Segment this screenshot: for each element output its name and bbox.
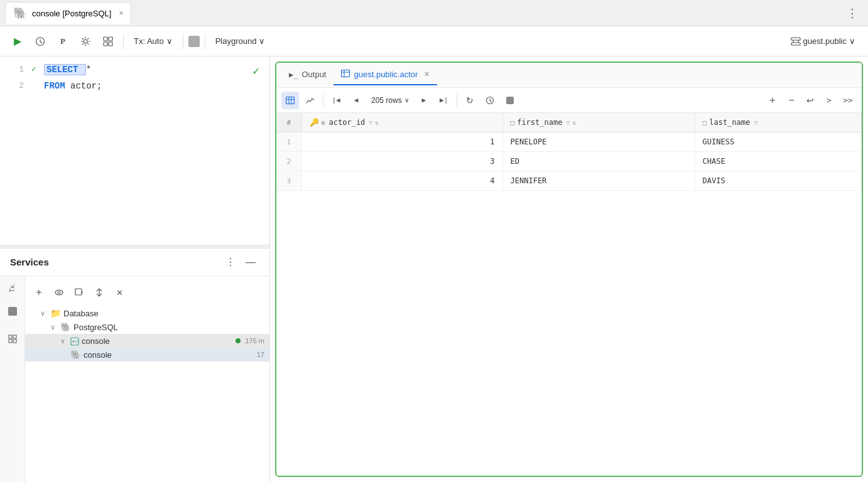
grid-icon bbox=[103, 36, 113, 46]
services-header-actions: ⋮ — bbox=[222, 254, 259, 271]
col-name-first-name: first_name bbox=[517, 118, 562, 127]
tree-item-database[interactable]: ∨ 📁 Database bbox=[25, 306, 269, 320]
table-row[interactable]: 1 1 PENELOPE GUINESS bbox=[276, 132, 862, 152]
tree-item-console-session[interactable]: 🐘 console 17 bbox=[25, 348, 269, 362]
keyword-select: SELECT bbox=[46, 65, 78, 75]
results-sep-1 bbox=[323, 94, 323, 107]
tab-more-btn[interactable]: ⋮ bbox=[842, 4, 863, 23]
refresh-btn[interactable]: ↻ bbox=[461, 92, 479, 109]
line-num-1: 1 bbox=[5, 62, 24, 78]
grid-button[interactable] bbox=[98, 31, 118, 51]
tree-label-database: Database bbox=[63, 309, 264, 318]
line-check-1: ✓ bbox=[31, 62, 41, 78]
forward-btn[interactable]: > bbox=[820, 92, 838, 109]
editor-line-2: 2 FROM actor; bbox=[0, 78, 269, 94]
tree-sort-btn[interactable] bbox=[90, 284, 108, 301]
editor-area[interactable]: 1 ✓ SELECT * 2 FROM actor; ✓ bbox=[0, 56, 269, 245]
results-stop-btn[interactable] bbox=[501, 92, 519, 109]
services-more-btn[interactable]: ⋮ bbox=[222, 254, 239, 271]
vert-tx-label: Tx. bbox=[8, 281, 17, 295]
tree-badge-console: 176 m bbox=[245, 337, 264, 345]
tx-label: Tx: Auto bbox=[134, 36, 164, 46]
vert-stop-btn[interactable] bbox=[4, 303, 21, 320]
settings-button[interactable] bbox=[75, 31, 95, 51]
tree-item-postgresql[interactable]: ∨ 🐘 PostgreSQL bbox=[25, 320, 269, 334]
tree-item-console[interactable]: ∨ console 176 m bbox=[25, 334, 269, 348]
schema-selector[interactable]: guest.public ∨ bbox=[786, 34, 860, 48]
undo-btn[interactable]: ↩ bbox=[801, 92, 819, 109]
line-num-2: 2 bbox=[5, 78, 24, 94]
toolbar-sep-2 bbox=[183, 34, 183, 49]
output-tab-label: Output bbox=[301, 70, 326, 79]
console-icon bbox=[70, 336, 79, 346]
tab-close-btn[interactable]: × bbox=[119, 9, 123, 18]
services-collapse-btn[interactable]: — bbox=[242, 254, 259, 271]
data-table: # 🔑 ⊙ actor_id ▽ ⇅ bbox=[276, 113, 862, 191]
timestamp-btn[interactable] bbox=[481, 92, 499, 109]
col-header-last-name[interactable]: □ last_name ▽ bbox=[695, 113, 861, 132]
rows-dropdown[interactable]: 205 rows ∨ bbox=[367, 95, 413, 106]
vert-grid-btn[interactable] bbox=[4, 330, 21, 348]
pin-button[interactable]: P bbox=[53, 31, 73, 51]
prev-page-btn[interactable]: ◀ bbox=[347, 92, 365, 109]
key-icon: 🔑 bbox=[310, 118, 319, 127]
svg-rect-13 bbox=[13, 340, 16, 343]
svg-rect-11 bbox=[13, 335, 16, 338]
row-num-cell: 1 bbox=[276, 132, 301, 152]
elephant-tree-icon: 🐘 bbox=[60, 322, 71, 332]
run-button[interactable]: ▶ bbox=[8, 31, 28, 51]
tree-eye-btn[interactable] bbox=[50, 284, 68, 301]
schema-icon bbox=[791, 37, 801, 46]
end-btn[interactable]: >> bbox=[839, 92, 857, 109]
svg-rect-12 bbox=[9, 340, 12, 343]
actor-id-cell: 1 bbox=[301, 132, 502, 152]
col-header-first-name[interactable]: □ first_name ▽ ⇅ bbox=[502, 113, 695, 132]
tx-dropdown[interactable]: Tx: Auto ∨ bbox=[129, 34, 178, 48]
remove-row-btn[interactable]: − bbox=[783, 92, 800, 109]
col-name-actor-id: actor_id bbox=[329, 118, 366, 127]
editor-right-check: ✓ bbox=[252, 64, 259, 78]
filter-icon-first-name[interactable]: ▽ bbox=[566, 119, 570, 126]
rows-label: 205 rows bbox=[371, 96, 402, 105]
tab-actor[interactable]: guest.public.actor ✕ bbox=[334, 65, 437, 85]
filter-icon-last-name[interactable]: ▽ bbox=[754, 119, 757, 126]
svg-point-14 bbox=[55, 290, 63, 295]
sort-icon-first-name[interactable]: ⇅ bbox=[572, 119, 576, 126]
playground-dropdown[interactable]: Playground ∨ bbox=[210, 34, 271, 48]
svg-rect-4 bbox=[104, 42, 107, 46]
actor-tab-close[interactable]: ✕ bbox=[424, 70, 430, 78]
first-page-btn[interactable]: |◀ bbox=[327, 92, 345, 109]
last-page-btn[interactable]: ▶| bbox=[435, 92, 453, 109]
tab-output[interactable]: ▶_ Output bbox=[281, 65, 334, 85]
connection-dot bbox=[236, 338, 241, 343]
main-tab[interactable]: 🐘 console [PostgreSQL] × bbox=[5, 2, 131, 24]
tree-new-session-btn[interactable] bbox=[70, 284, 88, 301]
playground-chevron: ∨ bbox=[259, 36, 265, 46]
elephant-icon: 🐘 bbox=[13, 6, 27, 20]
results-tabs: ▶_ Output guest.public.actor ✕ bbox=[276, 63, 862, 88]
add-row-btn[interactable]: + bbox=[764, 92, 781, 109]
sort-icon-actor-id[interactable]: ⇅ bbox=[375, 119, 379, 126]
col-name-last-name: last_name bbox=[709, 118, 750, 127]
tree-add-btn[interactable]: + bbox=[30, 284, 48, 301]
right-panel: ▶_ Output guest.public.actor ✕ bbox=[270, 56, 868, 482]
grid-view-btn[interactable] bbox=[281, 92, 299, 109]
toolbar-sep-3 bbox=[205, 34, 205, 49]
tree-close-btn[interactable]: ✕ bbox=[111, 284, 128, 301]
keyword-from: FROM bbox=[44, 81, 65, 91]
svg-point-20 bbox=[73, 341, 75, 343]
col-header-actor-id[interactable]: 🔑 ⊙ actor_id ▽ ⇅ bbox=[301, 113, 502, 132]
table-row[interactable]: 2 3 ED CHASE bbox=[276, 152, 862, 171]
filter-icon-actor-id[interactable]: ▽ bbox=[369, 119, 372, 126]
editor-line-1: 1 ✓ SELECT * bbox=[0, 62, 269, 78]
svg-rect-25 bbox=[286, 97, 295, 104]
line-content-2: FROM actor; bbox=[44, 78, 264, 94]
tree-toolbar: + bbox=[25, 281, 269, 306]
results-container: ▶_ Output guest.public.actor ✕ bbox=[275, 62, 863, 477]
table-row[interactable]: 3 4 JENNIFER DAVIS bbox=[276, 171, 862, 191]
tree-chevron-postgresql: ∨ bbox=[50, 323, 58, 331]
stop-button[interactable] bbox=[188, 36, 200, 47]
next-page-btn[interactable]: ▶ bbox=[415, 92, 433, 109]
history-button[interactable] bbox=[30, 31, 50, 51]
chart-view-btn[interactable] bbox=[301, 92, 319, 109]
